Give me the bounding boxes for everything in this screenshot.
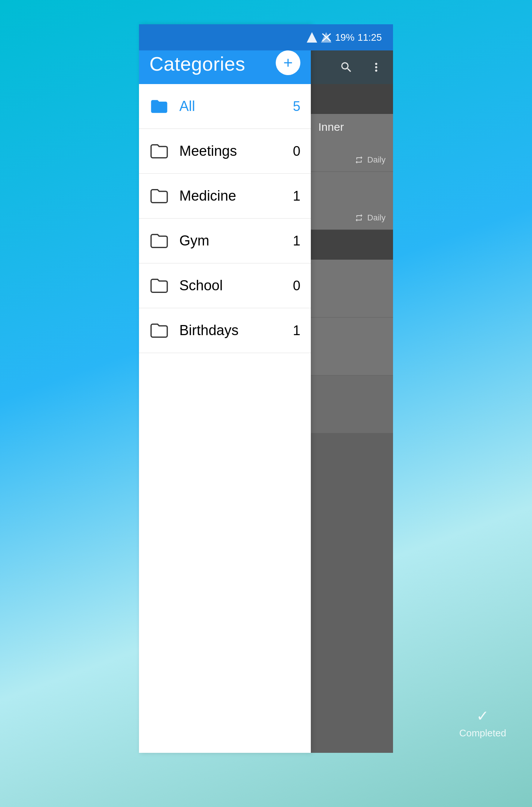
signal-x-icon [321, 32, 332, 43]
category-count-meetings: 0 [293, 143, 300, 159]
task-item-4[interactable] [311, 318, 393, 375]
category-name-meetings: Meetings [179, 143, 293, 159]
category-item-meetings[interactable]: Meetings 0 [139, 129, 311, 174]
task-section-header-2 [311, 230, 393, 260]
task-repeat-inner: Daily [318, 155, 386, 165]
more-vert-icon [369, 61, 383, 74]
folder-icon-meetings [149, 142, 169, 161]
category-item-medicine[interactable]: Medicine 1 [139, 174, 311, 219]
category-item-all[interactable]: All 5 [139, 84, 311, 129]
svg-marker-0 [307, 32, 317, 43]
repeat-icon-2 [355, 213, 364, 222]
completed-label: Completed [459, 727, 506, 739]
phone-container: 19% 11:25 Categories All 5 [139, 24, 393, 753]
folder-icon-gym [149, 231, 169, 251]
category-count-medicine: 1 [293, 188, 300, 204]
category-item-gym[interactable]: Gym 1 [139, 219, 311, 263]
repeat-label-2: Daily [367, 213, 386, 223]
plus-icon [281, 56, 295, 69]
task-item-3[interactable] [311, 260, 393, 318]
search-button[interactable] [337, 58, 356, 77]
add-category-button[interactable] [276, 50, 300, 75]
search-icon [340, 61, 353, 74]
signal-icon [307, 32, 318, 43]
check-icon: ✓ [476, 707, 489, 724]
task-section-header-1 [311, 84, 393, 114]
task-item-5[interactable] [311, 375, 393, 433]
category-item-birthdays[interactable]: Birthdays 1 [139, 308, 311, 353]
folder-icon-birthdays [149, 321, 169, 340]
category-name-school: School [179, 278, 293, 294]
category-name-birthdays: Birthdays [179, 322, 293, 338]
tasks-panel: Inner Daily Daily [311, 24, 393, 753]
battery-level: 19% [335, 32, 355, 43]
categories-panel: Categories All 5 Meetings [139, 24, 311, 753]
time-display: 11:25 [358, 32, 382, 43]
category-count-school: 0 [293, 278, 300, 294]
folder-icon-school [149, 276, 169, 296]
folder-icon-all [149, 97, 169, 116]
category-item-school[interactable]: School 0 [139, 263, 311, 308]
status-bar-right: 19% 11:25 [307, 32, 382, 43]
repeat-label-1: Daily [367, 155, 386, 165]
category-count-all: 5 [293, 99, 300, 114]
categories-title: Categories [149, 53, 245, 75]
task-repeat-2: Daily [318, 213, 386, 223]
category-name-gym: Gym [179, 233, 293, 249]
repeat-icon-1 [355, 155, 364, 164]
task-item-2[interactable]: Daily [311, 172, 393, 230]
categories-list: All 5 Meetings 0 Medicine 1 [139, 84, 311, 753]
category-name-medicine: Medicine [179, 188, 293, 204]
category-count-birthdays: 1 [293, 323, 300, 338]
task-item-inner-daily[interactable]: Inner Daily [311, 114, 393, 172]
status-bar: 19% 11:25 [139, 24, 393, 50]
task-name-inner-daily: Inner [318, 121, 386, 133]
category-name-all: All [179, 98, 293, 114]
folder-icon-medicine [149, 186, 169, 206]
more-options-button[interactable] [367, 58, 386, 77]
category-count-gym: 1 [293, 233, 300, 249]
